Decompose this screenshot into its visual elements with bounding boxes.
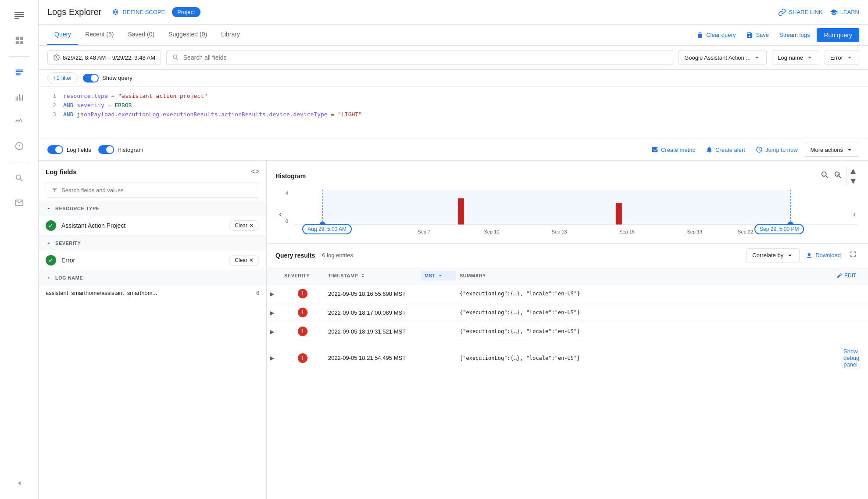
edit-button[interactable]: EDIT: [836, 273, 856, 279]
correlate-by-button[interactable]: Correlate by: [747, 248, 800, 262]
search-all-fields-container: [166, 50, 673, 65]
td-mst-4: [421, 355, 456, 361]
log-name-collapse-icon: [46, 275, 52, 281]
scroll-up-button[interactable]: ▲: [849, 166, 857, 176]
severity-clear-button[interactable]: Clear ✕: [229, 255, 259, 266]
th-severity: SEVERITY: [281, 271, 325, 280]
th-expand: [267, 271, 281, 280]
th-timestamp[interactable]: TIMESTAMP: [325, 271, 421, 280]
show-query-toggle[interactable]: [83, 74, 99, 83]
histogram-prev-button[interactable]: ‹: [275, 190, 286, 238]
td-expand-4[interactable]: ▶: [267, 352, 281, 364]
error-severity-icon-1: !: [298, 289, 307, 298]
svg-text:Sep 22: Sep 22: [738, 229, 753, 234]
table-row[interactable]: ▶ ! 2022-09-05 18:19:31.521 MST {"execut…: [267, 322, 868, 341]
show-debug-panel-link[interactable]: Show debug panel: [836, 345, 864, 370]
nav-icon-menu[interactable]: [9, 5, 30, 26]
nav-icon-notes[interactable]: [9, 192, 30, 213]
edit-icon: [836, 273, 843, 279]
share-link-button[interactable]: SHARE LINK: [778, 8, 822, 16]
results-table: SEVERITY TIMESTAMP MST SUMMARY: [267, 267, 868, 499]
fullscreen-button[interactable]: [847, 248, 859, 262]
jump-to-now-button[interactable]: Jump to now: [752, 144, 801, 156]
td-timestamp-1: 2022-09-05 18:16:55.698 MST: [325, 288, 421, 300]
resource-type-header[interactable]: RESOURCE TYPE: [39, 201, 266, 216]
nav-icon-metrics[interactable]: [9, 86, 30, 108]
log-name-dropdown[interactable]: Log name: [772, 50, 819, 65]
search-icon: [172, 54, 180, 61]
nav-icon-search[interactable]: [9, 168, 30, 189]
download-button[interactable]: Download: [803, 249, 843, 262]
start-date-label: Aug 29, 5:00 AM: [302, 224, 352, 234]
td-expand-2[interactable]: ▶: [267, 307, 281, 319]
histogram-toggle[interactable]: [98, 145, 114, 154]
td-summary-3: {"executionLog":{…}, "locale":"en-US"}: [456, 326, 833, 337]
histogram-label: Histogram: [118, 147, 143, 153]
svg-rect-13: [322, 190, 790, 225]
zoom-out-button[interactable]: [820, 170, 830, 182]
td-timestamp-2: 2022-09-05 18:17:00.089 MST: [325, 307, 421, 319]
log-name-dropdown-icon: [806, 54, 814, 61]
tab-query[interactable]: Query: [47, 25, 78, 45]
expand-collapse-button[interactable]: <>: [251, 168, 259, 176]
svg-point-5: [113, 10, 118, 14]
results-title: Query results: [275, 252, 315, 259]
filter-badge-button[interactable]: +1 filter: [47, 72, 78, 83]
zoom-out-icon: [820, 170, 830, 180]
nav-icon-dashboard[interactable]: [9, 30, 30, 51]
table-row[interactable]: ▶ ! 2022-09-05 18:16:55.698 MST {"execut…: [267, 284, 868, 303]
query-editor[interactable]: 1 resource.type = "assistant_action_proj…: [39, 86, 868, 139]
severity-collapse-icon: [46, 240, 52, 246]
tab-library[interactable]: Library: [214, 25, 247, 45]
tab-saved[interactable]: Saved (0): [121, 25, 161, 45]
clear-query-button[interactable]: Clear query: [693, 28, 739, 42]
td-expand-1[interactable]: ▶: [267, 288, 281, 300]
project-badge[interactable]: Project: [172, 7, 200, 17]
nav-icon-profiler[interactable]: [9, 136, 30, 157]
tab-recent[interactable]: Recent (5): [78, 25, 121, 45]
log-name-count: 6: [256, 290, 259, 296]
search-fields-container: [46, 183, 259, 197]
zoom-in-icon: [833, 170, 843, 180]
table-row[interactable]: ▶ ! 2022-09-05 18:21:54.495 MST {"execut…: [267, 341, 868, 375]
td-summary-1: {"executionLog":{…}, "locale":"en-US"}: [456, 288, 833, 299]
log-name-header[interactable]: LOG NAME: [39, 270, 266, 285]
svg-point-6: [114, 11, 117, 13]
y-max-label: 4: [286, 190, 288, 196]
date-range-button[interactable]: 8/29/22, 8:48 AM – 9/29/22, 9:48 AM: [47, 50, 161, 65]
filter-bar: 8/29/22, 8:48 AM – 9/29/22, 9:48 AM Goog…: [39, 46, 868, 70]
create-metric-button[interactable]: Create metric: [648, 144, 699, 156]
th-mst[interactable]: MST: [421, 271, 456, 280]
more-actions-button[interactable]: More actions: [805, 143, 859, 157]
save-button[interactable]: Save: [743, 28, 772, 42]
tab-suggested[interactable]: Suggested (0): [161, 25, 214, 45]
search-all-fields-input[interactable]: [183, 54, 668, 61]
learn-button[interactable]: LEARN: [830, 8, 859, 16]
zoom-in-button[interactable]: [833, 170, 843, 182]
create-alert-button[interactable]: Create alert: [702, 144, 749, 156]
filter-icon: [51, 187, 58, 194]
stream-logs-button[interactable]: Stream logs: [776, 28, 813, 42]
svg-rect-2: [14, 16, 24, 17]
nav-icon-trace[interactable]: [9, 111, 30, 132]
run-query-button[interactable]: Run query: [817, 28, 859, 42]
td-timestamp-4: 2022-09-05 18:21:54.495 MST: [325, 352, 421, 364]
table-row[interactable]: ▶ ! 2022-09-05 18:17:00.089 MST {"execut…: [267, 303, 868, 322]
td-expand-3[interactable]: ▶: [267, 326, 281, 337]
refine-scope-button[interactable]: REFINE SCOPE: [112, 8, 165, 16]
nav-icon-collapse[interactable]: [9, 473, 30, 494]
show-query-label: Show query: [102, 75, 132, 81]
td-severity-2: !: [281, 305, 325, 320]
scroll-down-button[interactable]: ▼: [849, 176, 857, 186]
histogram-title-row: Histogram ▲ ▼: [275, 166, 859, 186]
nav-icon-logs[interactable]: [9, 62, 30, 83]
td-severity-3: !: [281, 324, 325, 339]
log-fields-toggle[interactable]: [47, 145, 63, 154]
resource-type-dropdown[interactable]: Google Assistant Action ...: [679, 50, 767, 65]
search-fields-input[interactable]: [61, 187, 254, 194]
td-severity-4: !: [281, 351, 325, 366]
severity-dropdown[interactable]: Error: [825, 50, 859, 65]
clock-icon: [53, 54, 60, 61]
resource-type-clear-button[interactable]: Clear ✕: [229, 220, 259, 231]
severity-header[interactable]: SEVERITY: [39, 236, 266, 251]
